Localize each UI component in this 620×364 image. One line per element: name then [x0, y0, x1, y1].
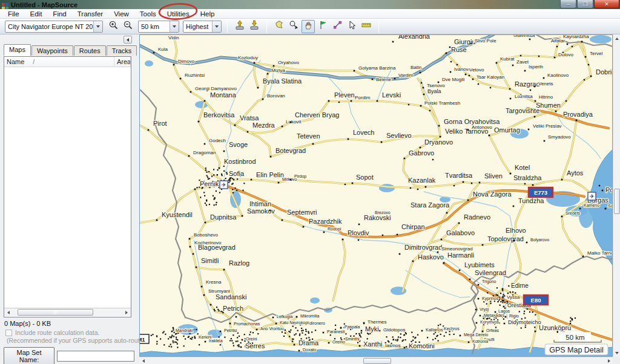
maps-list: Name / Area	[4, 56, 131, 317]
send-to-device-icon	[234, 20, 245, 33]
city-label-kula: Kula	[158, 47, 168, 52]
zoom-tool-button[interactable]	[287, 20, 300, 33]
route-data-checkbox[interactable]	[5, 330, 12, 336]
city-label-harmanli: Harmanli	[447, 252, 474, 259]
selection-tool-button[interactable]	[345, 20, 358, 33]
scrollbar-thumb[interactable]	[363, 358, 391, 364]
city-dot-montana	[204, 100, 206, 102]
detail-combobox[interactable]: Highest	[183, 21, 222, 33]
city-label-iasmos: Iasmos	[385, 343, 401, 348]
city-label-bolyarovo: Bolyarovo	[530, 238, 549, 242]
menu-item-tools[interactable]: Tools	[134, 10, 162, 18]
city-label-batin: Batin	[411, 65, 421, 70]
tab-routes[interactable]: Routes	[74, 45, 106, 56]
map-horizontal-scrollbar[interactable]	[139, 357, 613, 364]
mapset-name-input[interactable]	[57, 351, 134, 362]
city-label-kazanlak: Kazanlak	[408, 177, 436, 184]
city-dot-tvarditsa	[463, 181, 464, 183]
city-dot-mikromilia	[296, 316, 298, 318]
send-to-device-button[interactable]	[233, 20, 246, 33]
scroll-right-arrow[interactable]	[605, 357, 613, 364]
zoom-in-button[interactable]	[107, 20, 120, 33]
zoom-out-button[interactable]	[121, 20, 134, 33]
map-select-tool-button[interactable]	[272, 20, 286, 33]
column-header-name[interactable]: Name /	[4, 57, 114, 67]
map-canvas[interactable]: VidinKulaDimovoRuzhintsiGeorgi Damyanovo…	[139, 34, 613, 357]
city-label-kaolinovo: Kaolinovo	[547, 73, 569, 78]
tab-waypoints[interactable]: Waypoints	[31, 45, 73, 56]
dropdown-arrow-icon[interactable]	[212, 21, 221, 32]
city-dot-ruzhintsi	[180, 78, 182, 80]
list-header[interactable]: Name / Area	[4, 57, 131, 67]
city-label-doxato: Doxato	[303, 348, 316, 352]
city-dot-topolovgrad	[482, 244, 484, 246]
city-label-straldzha: Straldzha	[513, 174, 542, 181]
city-label-oreino: Oreino	[332, 340, 345, 344]
menu-item-find[interactable]: Find	[47, 10, 71, 18]
mapset-name-button[interactable]: Map Set Name:	[4, 347, 54, 364]
city-label-tervel: Tervel	[590, 51, 603, 56]
city-label-sliven: Sliven	[484, 172, 503, 180]
scale-combobox[interactable]: 50 km	[138, 21, 179, 33]
city-dot-lovech	[348, 138, 349, 140]
city-dot-pomorie	[602, 190, 604, 192]
dropdown-arrow-icon[interactable]	[93, 21, 102, 32]
menu-item-file[interactable]: File	[2, 10, 25, 18]
tab-tracks[interactable]: Tracks	[107, 45, 137, 56]
city-dot-trigono	[478, 284, 480, 286]
city-dot-slivo-pole	[470, 43, 472, 45]
city-label-omurtag: Omurtag	[494, 126, 520, 134]
menu-item-transfer[interactable]: Transfer	[72, 10, 108, 18]
close-button[interactable]: ✕	[594, 0, 619, 8]
maximize-button[interactable]: ❐	[577, 0, 593, 8]
menu-item-utilities[interactable]: Utilities	[162, 10, 195, 18]
city-label-tvarditsa: Tvarditsa	[445, 172, 473, 179]
scroll-up-arrow[interactable]	[613, 34, 620, 42]
receive-from-device-button[interactable]	[248, 20, 261, 33]
city-label-polski-trambesh: Polski Trambesh	[424, 100, 460, 106]
selection-tool-icon	[347, 20, 357, 33]
scrollbar-thumb[interactable]	[614, 189, 620, 214]
city-label-kozloduy: Kozloduy	[238, 55, 258, 60]
city-label-pirot: Pirot	[153, 120, 167, 127]
city-label-dve-mogili: Dve Mogili	[442, 77, 465, 82]
city-dot-isperih	[524, 70, 526, 72]
scroll-left-arrow[interactable]	[139, 357, 147, 364]
scroll-down-arrow[interactable]	[613, 349, 620, 357]
column-header-area[interactable]: Area	[114, 57, 131, 67]
city-dot-pirdop	[290, 179, 292, 181]
tab-maps[interactable]: Maps	[4, 44, 31, 56]
city-label-orfeas: Orfeas	[486, 328, 500, 333]
city-dot-kyustendil	[156, 219, 158, 221]
product-combobox[interactable]: City Navigator Europe NT 2010.3	[5, 21, 103, 33]
scroll-right-arrow[interactable]	[122, 308, 131, 316]
menu-item-help[interactable]: Help	[195, 10, 220, 18]
city-dot-sofia	[229, 178, 231, 180]
city-dot-svilengrad	[469, 279, 471, 281]
waypoint-tool-button[interactable]	[316, 20, 329, 33]
city-dot-simitli	[196, 267, 197, 268]
city-dot-kotronia	[468, 342, 470, 343]
hand-tool-icon	[303, 20, 314, 33]
title-bar[interactable]: Untitled - MapSource –❐✕	[0, 0, 620, 9]
minimize-button[interactable]: –	[560, 0, 576, 8]
city-dot-razlog	[223, 269, 225, 271]
list-body-empty[interactable]	[4, 67, 131, 308]
hand-tool-button[interactable]	[302, 20, 315, 33]
app-icon	[2, 1, 8, 8]
dropdown-arrow-icon[interactable]	[170, 21, 179, 32]
scroll-left-arrow[interactable]	[4, 308, 13, 316]
menu-item-view[interactable]: View	[108, 10, 134, 18]
city-label-rigio: Rigio	[509, 314, 519, 319]
route-tool-button[interactable]	[331, 20, 344, 33]
menu-item-edit[interactable]: Edit	[25, 10, 48, 18]
city-dot-doxato	[298, 350, 300, 352]
list-horizontal-scrollbar[interactable]	[4, 308, 131, 316]
measure-tool-button[interactable]	[360, 20, 373, 33]
scrollbar-thumb[interactable]	[18, 309, 93, 316]
city-dot-kazanlak	[425, 186, 427, 188]
collapse-panel-button[interactable]	[124, 36, 132, 44]
city-dot-levski	[377, 100, 378, 102]
city-label-byala-slatina: Byala Slatina	[263, 77, 302, 85]
map-vertical-scrollbar[interactable]	[613, 34, 620, 357]
